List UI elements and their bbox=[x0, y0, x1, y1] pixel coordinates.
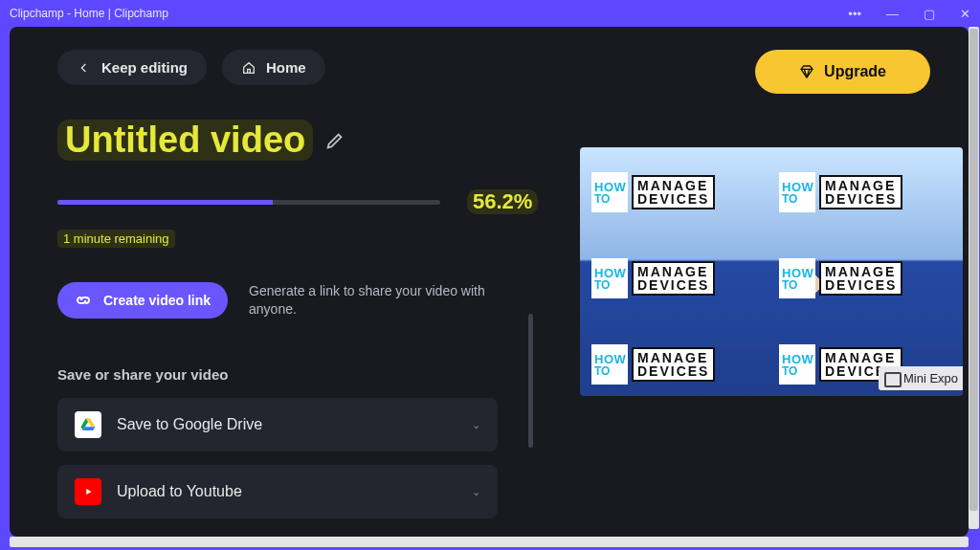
link-icon bbox=[75, 292, 92, 309]
export-time-remaining: 1 minute remaining bbox=[57, 230, 175, 248]
window-vertical-scrollbar[interactable] bbox=[969, 27, 979, 529]
chevron-down-icon: ⌄ bbox=[472, 419, 480, 431]
home-icon bbox=[241, 60, 256, 76]
share-option-youtube[interactable]: Upload to Youtube ⌄ bbox=[57, 465, 498, 518]
export-progress-fill bbox=[57, 200, 273, 205]
home-label: Home bbox=[266, 59, 306, 76]
preview-tile: HOWTO MANAGEDEVICES bbox=[779, 153, 951, 231]
export-progress-percent: 56.2% bbox=[467, 189, 538, 214]
window-title: Clipchamp - Home | Clipchamp bbox=[10, 7, 168, 20]
more-icon[interactable]: ••• bbox=[848, 7, 861, 21]
upgrade-button[interactable]: Upgrade bbox=[755, 50, 930, 94]
create-link-description: Generate a link to share your video with… bbox=[249, 282, 498, 319]
export-progress-bar bbox=[57, 200, 440, 205]
chevron-down-icon: ⌄ bbox=[472, 486, 480, 498]
edit-title-icon[interactable] bbox=[324, 130, 345, 151]
preview-tile: HOWTO MANAGEDEVICES bbox=[591, 153, 764, 231]
preview-tile-grid: HOWTO MANAGEDEVICES HOWTO MANAGEDEVICES … bbox=[580, 147, 963, 396]
home-button[interactable]: Home bbox=[222, 50, 325, 85]
video-title: Untitled video bbox=[57, 120, 313, 161]
create-video-link-button[interactable]: Create video link bbox=[57, 282, 228, 319]
diamond-icon bbox=[799, 64, 814, 79]
keep-editing-label: Keep editing bbox=[101, 59, 188, 76]
maximize-button[interactable]: ▢ bbox=[924, 7, 935, 21]
youtube-icon bbox=[75, 478, 101, 505]
keep-editing-button[interactable]: Keep editing bbox=[57, 50, 207, 85]
share-option-google-drive[interactable]: Save to Google Drive ⌄ bbox=[57, 398, 498, 451]
share-option-label: Upload to Youtube bbox=[117, 483, 242, 500]
mini-export-label: Mini Expo bbox=[903, 371, 958, 385]
share-option-label: Save to Google Drive bbox=[117, 416, 262, 433]
upgrade-label: Upgrade bbox=[824, 63, 886, 80]
left-scrollbar-thumb[interactable] bbox=[528, 314, 533, 448]
svg-marker-2 bbox=[83, 427, 96, 430]
arrow-left-icon bbox=[77, 60, 92, 76]
share-section-label: Save or share your video bbox=[57, 366, 546, 383]
preview-tile: HOWTO MANAGEDEVICES bbox=[591, 239, 764, 318]
minimize-button[interactable]: — bbox=[886, 7, 899, 21]
google-drive-icon bbox=[75, 411, 101, 438]
create-video-link-label: Create video link bbox=[103, 293, 211, 308]
svg-marker-3 bbox=[86, 489, 91, 495]
window-vertical-scrollbar-thumb[interactable] bbox=[969, 29, 978, 511]
close-window-button[interactable]: ✕ bbox=[960, 7, 970, 21]
mini-export-chip[interactable]: Mini Expo bbox=[879, 366, 963, 390]
preview-tile: HOWTO MANAGEDEVICES bbox=[779, 239, 951, 318]
preview-tile: HOWTO MANAGEDEVICES bbox=[591, 325, 764, 396]
video-preview: HOWTO MANAGEDEVICES HOWTO MANAGEDEVICES … bbox=[580, 147, 963, 396]
window-horizontal-scrollbar[interactable] bbox=[10, 537, 969, 547]
